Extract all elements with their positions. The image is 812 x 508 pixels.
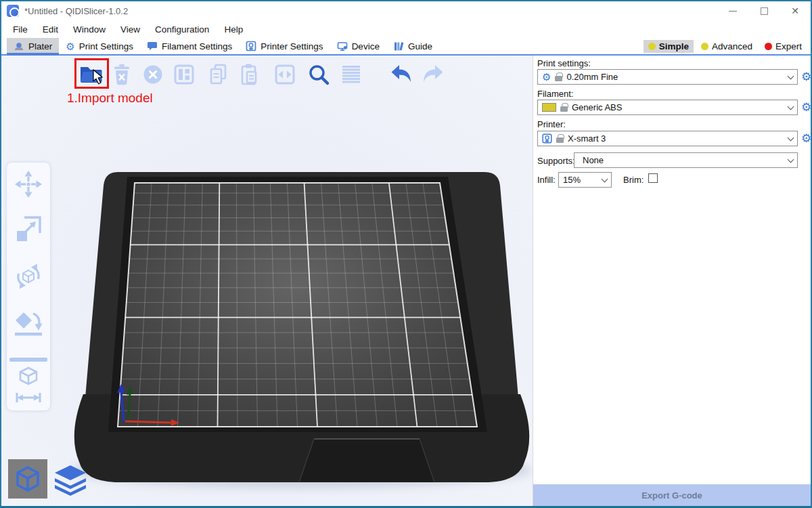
filament-label: Filament:	[537, 89, 573, 99]
3d-viewport[interactable]: 1.Import model	[1, 56, 533, 506]
infill-value: 15%	[563, 175, 581, 185]
minimize-icon	[729, 11, 737, 12]
paste-button[interactable]	[236, 61, 263, 88]
tab-label: Filament Settings	[162, 41, 232, 51]
print-bed	[1, 56, 533, 506]
mode-switcher: Simple Advanced Expert	[644, 38, 811, 54]
printer-label: Printer:	[537, 119, 566, 129]
chevron-down-icon	[788, 103, 794, 110]
tab-filament-settings[interactable]: Filament Settings	[140, 38, 239, 54]
preview-view-button[interactable]	[53, 463, 88, 499]
supports-value: None	[583, 155, 604, 165]
mode-simple[interactable]: Simple	[644, 40, 694, 53]
plater-icon	[14, 41, 24, 51]
menu-edit[interactable]: Edit	[35, 24, 66, 35]
lock-icon	[555, 76, 562, 81]
menu-window[interactable]: Window	[66, 24, 113, 35]
tab-label: Guide	[408, 41, 432, 51]
filament-value: Generic ABS	[572, 102, 622, 112]
mouse-cursor-icon	[93, 69, 106, 85]
copy-button[interactable]	[206, 61, 233, 88]
filament-color-swatch	[542, 103, 556, 112]
move-button[interactable]	[14, 169, 43, 199]
qidislicer-window: *Untitled - QIDISlicer-1.0.2 ✕ File Edit…	[0, 0, 812, 508]
gizmo-toolbar	[7, 163, 50, 410]
layers-icon	[53, 463, 88, 499]
mode-label: Expert	[775, 41, 802, 51]
title-bar: *Untitled - QIDISlicer-1.0.2 ✕	[1, 1, 811, 20]
search-button[interactable]	[305, 61, 332, 88]
delete-button[interactable]	[108, 61, 135, 88]
guide-icon	[393, 41, 404, 51]
close-icon: ✕	[791, 5, 799, 16]
menu-help[interactable]: Help	[217, 24, 250, 35]
copy-icon	[206, 61, 233, 88]
mode-advanced[interactable]: Advanced	[696, 40, 757, 53]
3d-editor-view-button[interactable]	[8, 459, 47, 499]
print-settings-label: Print settings:	[537, 58, 591, 68]
menu-view[interactable]: View	[113, 24, 148, 35]
place-on-face-button[interactable]	[14, 309, 43, 339]
printer-gear-button[interactable]: ⚙	[801, 133, 811, 144]
close-button[interactable]: ✕	[780, 1, 811, 20]
maximize-button[interactable]	[748, 1, 780, 20]
menu-bar: File Edit Window View Configuration Help	[1, 20, 811, 38]
print-settings-combo[interactable]: ⚙ 0.20mm Fine	[537, 69, 798, 85]
infill-combo[interactable]: 15%	[558, 172, 612, 188]
redo-button[interactable]	[420, 61, 447, 88]
gear-icon: ⚙	[542, 72, 551, 82]
measure-button[interactable]	[14, 366, 43, 405]
printer-icon	[542, 133, 552, 144]
mode-label: Advanced	[712, 41, 752, 51]
layer-list-button[interactable]	[338, 61, 365, 88]
infill-label: Infill:	[537, 175, 556, 185]
split-icon	[271, 61, 298, 88]
supports-label: Supports:	[537, 156, 575, 166]
advanced-dot-icon	[701, 43, 708, 50]
print-settings-gear-button[interactable]: ⚙	[801, 71, 811, 83]
tab-guide[interactable]: Guide	[386, 38, 439, 54]
mode-expert[interactable]: Expert	[760, 40, 807, 53]
undo-icon	[388, 61, 415, 88]
filament-combo[interactable]: Generic ABS	[537, 100, 798, 115]
delete-all-icon	[139, 61, 166, 88]
brim-label: Brim:	[623, 175, 644, 185]
scale-icon	[14, 214, 43, 244]
chevron-down-icon	[788, 156, 794, 163]
layer-list-icon	[338, 61, 365, 88]
filament-gear-button[interactable]: ⚙	[801, 102, 811, 113]
undo-button[interactable]	[388, 61, 415, 88]
search-icon	[305, 61, 332, 88]
tab-plater[interactable]: Plater	[7, 38, 59, 54]
lock-icon	[560, 106, 568, 112]
arrange-button[interactable]	[171, 61, 198, 88]
annotation-text: 1.Import model	[67, 91, 153, 106]
rotate-button[interactable]	[14, 261, 43, 291]
delete-icon	[108, 61, 135, 88]
tab-label: Plater	[28, 41, 52, 51]
paste-icon	[236, 61, 263, 88]
split-button[interactable]	[271, 61, 298, 88]
delete-all-button[interactable]	[139, 61, 166, 88]
supports-combo[interactable]: None	[574, 152, 798, 168]
menu-file[interactable]: File	[5, 24, 35, 35]
settings-panel: Print settings: ⚙ 0.20mm Fine ⚙ Filament…	[533, 56, 811, 506]
menu-configuration[interactable]: Configuration	[148, 24, 217, 35]
cube-icon	[14, 465, 41, 492]
export-gcode-button[interactable]: Export G-code	[533, 484, 811, 506]
minimize-button[interactable]	[717, 1, 748, 20]
redo-icon	[420, 61, 447, 88]
measure-icon	[14, 366, 43, 405]
brim-checkbox[interactable]	[648, 173, 658, 183]
tab-label: Printer Settings	[261, 41, 323, 51]
simple-dot-icon	[648, 43, 656, 50]
app-logo-icon	[7, 5, 19, 17]
printer-combo[interactable]: X-smart 3	[537, 131, 798, 146]
scale-button[interactable]	[14, 214, 43, 244]
gear-icon: ⚙	[66, 41, 74, 51]
tab-device[interactable]: Device	[330, 38, 386, 54]
rotate-icon	[14, 261, 43, 291]
chevron-down-icon	[602, 175, 608, 182]
tab-print-settings[interactable]: ⚙ Print Settings	[59, 38, 140, 54]
tab-printer-settings[interactable]: Printer Settings	[239, 38, 330, 54]
